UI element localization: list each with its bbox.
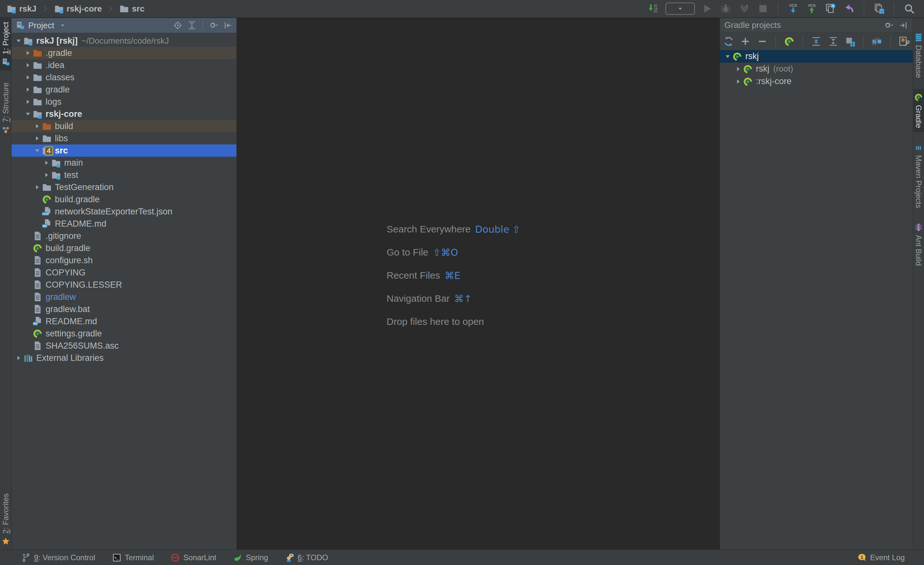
gradle-icon: [732, 51, 742, 62]
expand-all-icon[interactable]: [810, 35, 822, 48]
chevron-collapsed-icon[interactable]: [734, 65, 743, 74]
stop-icon[interactable]: [756, 2, 770, 15]
svg-text:>_: >_: [114, 556, 119, 560]
chevron-collapsed-icon[interactable]: [33, 134, 42, 143]
tree-row[interactable]: build.gradle: [12, 193, 237, 206]
tree-row[interactable]: rskj: [720, 50, 913, 63]
recent-changes-icon[interactable]: [824, 2, 837, 15]
coverage-icon[interactable]: [738, 2, 751, 15]
tool-window-tab--project[interactable]: 1: Project: [0, 18, 11, 70]
tree-row[interactable]: libs: [12, 132, 237, 144]
chevron-collapsed-icon[interactable]: [23, 61, 32, 70]
tree-row[interactable]: configure.sh: [12, 254, 237, 266]
chevron-collapsed-icon[interactable]: [23, 73, 32, 82]
hide-right-icon[interactable]: [898, 21, 908, 30]
module-deps-icon[interactable]: [844, 35, 856, 48]
tool-window-tab-gradle[interactable]: Gradle: [913, 89, 924, 132]
rollback-icon[interactable]: [843, 2, 855, 15]
chevron-expanded-icon[interactable]: [14, 36, 23, 45]
statusbar-item-sonarlint[interactable]: SonarLint: [170, 553, 216, 562]
breadcrumb-item[interactable]: rskj-core: [54, 3, 102, 14]
tree-row[interactable]: COPYING: [12, 266, 237, 279]
vcs-commit-icon[interactable]: VCS: [805, 2, 818, 15]
chevron-collapsed-icon[interactable]: [33, 122, 42, 131]
project-panel-header[interactable]: Project: [12, 18, 237, 33]
tree-row[interactable]: MD README.md: [12, 315, 237, 328]
chevron-expanded-icon[interactable]: [723, 52, 732, 61]
breadcrumb-item[interactable]: src: [119, 3, 144, 14]
toolbar-separator: [776, 36, 776, 47]
run-configuration-combo[interactable]: [665, 3, 695, 15]
tool-window-tab-ant-build[interactable]: Ant Build: [913, 219, 924, 270]
binary-update-icon[interactable]: 011001: [647, 2, 660, 15]
tree-row[interactable]: test: [12, 169, 237, 181]
tree-row[interactable]: rskj-core: [12, 108, 237, 120]
statusbar-item-terminal[interactable]: >_ Terminal: [112, 553, 154, 562]
tree-row[interactable]: .gitignore: [12, 230, 237, 242]
project-structure-icon[interactable]: [873, 2, 885, 15]
debug-icon[interactable]: [719, 2, 732, 15]
tree-row[interactable]: COPYING.LESSER: [12, 279, 237, 291]
hide-left-icon[interactable]: [223, 21, 232, 30]
tool-window-tab--favorites[interactable]: 2: Favorites: [0, 490, 11, 550]
tree-row[interactable]: gradlew.bat: [12, 303, 237, 315]
tree-row[interactable]: rskj (root): [720, 63, 913, 75]
tree-row[interactable]: .idea: [12, 59, 237, 71]
tool-window-tab--structure[interactable]: 7: Structure: [0, 79, 11, 138]
tree-row[interactable]: rskJ [rskj] ~/Documents/code/rskJ: [12, 35, 237, 47]
sonarlint-icon: [170, 553, 180, 562]
tree-row[interactable]: logs: [12, 96, 237, 108]
tree-row[interactable]: gradle: [12, 83, 237, 96]
gradle-panel-header[interactable]: Gradle projects: [720, 18, 913, 33]
tree-row[interactable]: build.gradle: [12, 242, 237, 254]
remove-icon[interactable]: [756, 35, 768, 48]
chevron-collapsed-icon[interactable]: [42, 158, 51, 167]
build-settings-icon[interactable]: [898, 35, 910, 48]
tree-row[interactable]: :rskj-core: [720, 75, 913, 88]
chevron-collapsed-icon[interactable]: [14, 353, 23, 362]
breadcrumb-item[interactable]: rskJ: [6, 3, 37, 14]
svg-text:VCS: VCS: [808, 3, 816, 8]
chevron-collapsed-icon[interactable]: [23, 97, 32, 106]
tree-row[interactable]: .gradle: [12, 47, 237, 59]
statusbar-item--todo[interactable]: 6: TODO: [285, 553, 328, 562]
locate-icon[interactable]: [173, 21, 183, 30]
tree-row[interactable]: classes: [12, 71, 237, 83]
tool-window-tab-maven-projects[interactable]: m Maven Projects: [913, 139, 924, 212]
text-file-icon: [32, 292, 43, 302]
shortcut-hint: Search Everywhere Double ⇧: [387, 218, 520, 241]
collapse-all-icon[interactable]: [827, 35, 839, 48]
tool-window-tab-database[interactable]: Database: [913, 29, 924, 82]
chevron-collapsed-icon[interactable]: [33, 183, 42, 192]
chevron-down-icon[interactable]: [59, 21, 66, 29]
run-icon[interactable]: [701, 2, 714, 15]
offline-icon[interactable]: [871, 35, 883, 48]
vcs-update-icon[interactable]: VCS: [787, 2, 800, 15]
gear-icon[interactable]: [884, 21, 894, 30]
tree-row[interactable]: main: [12, 157, 237, 169]
tree-row[interactable]: JSON networkStateExporterTest.json: [12, 206, 237, 218]
tree-row[interactable]: MD README.md: [12, 218, 237, 230]
refresh-icon[interactable]: [723, 35, 735, 48]
chevron-expanded-icon[interactable]: [23, 110, 32, 119]
add-icon[interactable]: [739, 35, 752, 48]
tree-row[interactable]: TestGeneration: [12, 181, 237, 193]
event-log-button[interactable]: 1 Event Log: [857, 553, 905, 562]
tree-row[interactable]: SHA256SUMS.asc: [12, 340, 237, 352]
search-everywhere-icon[interactable]: [903, 2, 916, 15]
statusbar-item--version-control[interactable]: 9: Version Control: [21, 553, 95, 562]
tree-row[interactable]: settings.gradle: [12, 328, 237, 340]
chevron-collapsed-icon[interactable]: [734, 77, 743, 86]
collapse-all-icon[interactable]: [187, 21, 196, 30]
statusbar-item-spring[interactable]: Spring: [233, 553, 268, 562]
chevron-collapsed-icon[interactable]: [23, 85, 32, 94]
chevron-collapsed-icon[interactable]: [42, 170, 51, 179]
chevron-expanded-icon[interactable]: [33, 146, 42, 155]
tree-row[interactable]: build: [12, 120, 237, 132]
gradle-icon[interactable]: [783, 35, 795, 48]
tree-row[interactable]: 4 src: [12, 144, 237, 157]
tree-row[interactable]: External Libraries: [12, 352, 237, 364]
gear-icon[interactable]: [209, 21, 219, 30]
chevron-collapsed-icon[interactable]: [23, 48, 32, 57]
tree-row[interactable]: gradlew: [12, 291, 237, 303]
